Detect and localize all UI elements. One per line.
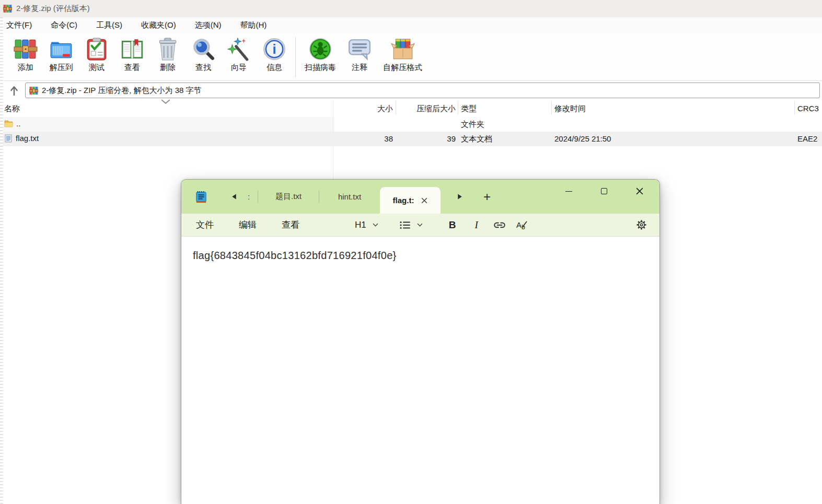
tab-label: 题目.txt: [275, 192, 302, 202]
address-text: 2-修复.zip - ZIP 压缩分卷, 解包大小为 38 字节: [42, 86, 202, 96]
maximize-button[interactable]: [592, 181, 617, 202]
toolbar-button-label: 解压到: [50, 63, 73, 73]
magnifier-icon: [191, 37, 215, 61]
open-book-icon: [120, 37, 144, 61]
new-tab-button[interactable]: +: [479, 189, 495, 205]
menu-item-favorites[interactable]: 收藏夹(O): [141, 20, 176, 30]
tab-hint-txt[interactable]: hint.txt: [319, 185, 380, 209]
toolbar-button-delete[interactable]: 删除: [150, 36, 186, 74]
extract-folder-icon: [49, 37, 73, 61]
toolbar-button-scan-virus[interactable]: 扫描病毒: [299, 36, 342, 74]
italic-button[interactable]: I: [470, 219, 483, 231]
sort-chevron-icon[interactable]: [161, 99, 170, 104]
toolbar-button-sfx[interactable]: 自解压格式: [377, 36, 428, 74]
zip-file-icon: [29, 86, 38, 95]
tab-scroll-left-button[interactable]: [228, 190, 240, 204]
svg-text:A: A: [516, 220, 522, 229]
notepad-tab-bar: : 题目.txthint.txtflag.t: +: [181, 180, 659, 214]
column-header-packed[interactable]: 压缩后大小: [397, 104, 456, 114]
winrar-toolbar: 添加解压到测试查看删除查找向导i信息扫描病毒注释自解压格式: [4, 33, 822, 81]
archive-books-icon: [14, 37, 38, 61]
winrar-small-icon: [3, 4, 12, 13]
clear-formatting-button[interactable]: Ab: [516, 219, 528, 231]
column-separator[interactable]: [458, 101, 458, 114]
window-title: 2-修复.zip (评估版本): [16, 4, 90, 14]
bold-button[interactable]: B: [446, 219, 459, 231]
toolbar-button-label: 查看: [124, 63, 140, 73]
overflow-tab[interactable]: :: [240, 192, 258, 201]
notepad-menu-view[interactable]: 查看: [282, 219, 299, 231]
column-separator[interactable]: [396, 101, 396, 114]
winrar-address-row: 2-修复.zip - ZIP 压缩分卷, 解包大小为 38 字节: [0, 81, 822, 99]
cell-name: ..: [4, 119, 318, 128]
info-circle-icon: i: [262, 37, 286, 61]
up-one-level-button[interactable]: [7, 84, 21, 97]
minimize-button[interactable]: [556, 181, 581, 202]
tab-flag-t-[interactable]: flag.t:: [380, 187, 441, 214]
minimize-icon: [565, 191, 572, 192]
maximize-icon: [601, 188, 607, 194]
column-header-crc[interactable]: CRC3: [797, 104, 822, 113]
cell-type: 文件夹: [461, 120, 547, 130]
list-format-dropdown[interactable]: [399, 220, 423, 230]
heading-style-dropdown[interactable]: H1: [355, 220, 378, 230]
toolbar-button-label: 添加: [18, 63, 33, 73]
settings-gear-icon: [636, 219, 647, 230]
file-row-parent[interactable]: ..文件夹: [0, 117, 822, 132]
toolbar-button-wizard[interactable]: 向导: [221, 36, 257, 74]
file-row-flag.txt[interactable]: flag.txt3839文本文档2024/9/25 21:50EAE2: [0, 132, 822, 146]
column-separator[interactable]: [551, 101, 552, 114]
column-header-modified[interactable]: 修改时间: [554, 104, 774, 114]
toolbar-button-info[interactable]: i信息: [257, 36, 292, 74]
chevron-down-icon: [417, 223, 423, 227]
column-separator[interactable]: [794, 101, 795, 114]
tab-close-button[interactable]: [421, 197, 427, 204]
insert-link-button[interactable]: [493, 220, 506, 230]
menu-item-options[interactable]: 选项(N): [195, 20, 222, 30]
tab-scroll-right-button[interactable]: [454, 190, 466, 204]
toolbar-button-view[interactable]: 查看: [114, 36, 150, 74]
window-left-edge: [0, 17, 3, 504]
notepad-menu-edit[interactable]: 编辑: [239, 219, 257, 231]
cell-type: 文本文档: [461, 134, 547, 144]
tab-题目-txt[interactable]: 题目.txt: [258, 185, 319, 209]
toolbar-button-extract-to[interactable]: 解压到: [43, 36, 79, 74]
trash-icon: [156, 37, 180, 61]
settings-gear-button[interactable]: [636, 219, 647, 230]
flag-text: flag{6843845f04bc13162bfd716921f04f0e}: [193, 250, 397, 261]
close-button[interactable]: [627, 181, 652, 202]
menu-item-commands[interactable]: 命令(C): [51, 20, 77, 30]
toolbar-button-test[interactable]: 测试: [79, 36, 114, 74]
menu-item-help[interactable]: 帮助(H): [240, 20, 267, 30]
column-header-size[interactable]: 大小: [334, 104, 393, 114]
menu-item-tools[interactable]: 工具(S): [96, 20, 122, 30]
cell-name: flag.txt: [4, 134, 318, 143]
toolbar-button-label: 自解压格式: [383, 63, 422, 73]
editor-content[interactable]: flag{6843845f04bc13162bfd716921f04f0e}: [181, 237, 659, 504]
toolbar-button-find[interactable]: 查找: [186, 36, 221, 74]
toolbar-button-add[interactable]: 添加: [8, 36, 43, 74]
file-name-label: flag.txt: [16, 134, 39, 143]
chevron-down-icon: [373, 223, 378, 227]
toolbar-button-comment[interactable]: 注释: [342, 36, 377, 74]
notepad-menu-file[interactable]: 文件: [196, 219, 214, 231]
chevron-down-icon: [373, 223, 378, 227]
cell-modified: 2024/9/25 21:50: [554, 134, 774, 143]
notepad-toolbar: 文件编辑查看 H1 B I Ab: [181, 214, 659, 237]
column-header-type[interactable]: 类型: [461, 104, 547, 114]
cell-size: 38: [334, 134, 393, 143]
toolbar-separator: [295, 37, 296, 77]
column-header-name[interactable]: 名称: [4, 104, 318, 114]
toolbar-button-label: 注释: [352, 63, 367, 73]
winrar-menubar: 文件(F)命令(C)工具(S)收藏夹(O)选项(N)帮助(H): [0, 17, 822, 33]
file-list-header: 名称大小压缩后大小类型修改时间CRC3: [0, 99, 822, 117]
chevron-down-icon: [417, 223, 423, 227]
up-arrow-icon: [9, 85, 19, 96]
comment-bubble-icon: [348, 37, 372, 61]
text-file-icon: [4, 134, 13, 143]
caption-close-icon: [636, 187, 643, 195]
tab-label: flag.t:: [393, 196, 414, 205]
address-bar[interactable]: 2-修复.zip - ZIP 压缩分卷, 解包大小为 38 字节: [25, 83, 820, 98]
sort-down-icon: [161, 99, 170, 104]
menu-item-file[interactable]: 文件(F): [6, 20, 32, 30]
